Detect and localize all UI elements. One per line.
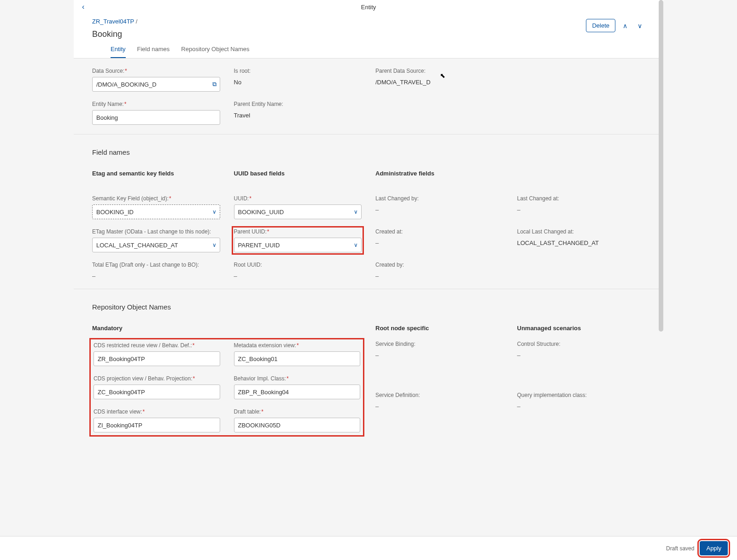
parent-data-source-value: /DMO/A_TRAVEL_D bbox=[375, 77, 503, 86]
semantic-key-select[interactable] bbox=[92, 204, 220, 219]
admin-subsection-title: Administrative fields bbox=[375, 170, 503, 177]
entity-name-input[interactable] bbox=[92, 110, 220, 125]
data-source-label: Data Source:* bbox=[92, 68, 220, 74]
data-source-input[interactable] bbox=[92, 77, 220, 92]
local-last-changed-at-value: LOCAL_LAST_CHANGED_AT bbox=[517, 238, 645, 246]
tab-entity[interactable]: Entity bbox=[111, 46, 126, 58]
chevron-up-icon[interactable]: ∧ bbox=[620, 20, 630, 31]
root-specific-subsection-title: Root node specific bbox=[375, 325, 503, 332]
behav-class-input[interactable] bbox=[234, 385, 361, 399]
breadcrumb-link[interactable]: ZR_Travel04TP bbox=[92, 18, 134, 25]
back-icon[interactable]: ‹ bbox=[82, 3, 84, 11]
draft-table-input[interactable] bbox=[234, 418, 361, 432]
is-root-value: No bbox=[234, 77, 362, 86]
control-struct-label: Control Structure: bbox=[517, 341, 645, 347]
last-changed-at-value: – bbox=[517, 204, 645, 213]
control-struct-value: – bbox=[517, 350, 645, 359]
etag-master-label: ETag Master (OData - Last change to this… bbox=[92, 228, 220, 235]
created-at-value: – bbox=[375, 238, 503, 246]
header-title: Entity bbox=[361, 4, 376, 11]
root-uuid-value: – bbox=[234, 271, 362, 280]
delete-button[interactable]: Delete bbox=[586, 19, 615, 32]
query-impl-value: – bbox=[517, 401, 645, 410]
root-uuid-label: Root UUID: bbox=[234, 262, 362, 268]
mandatory-subsection-title: Mandatory bbox=[92, 325, 220, 332]
meta-ext-label: Metadata extension view:* bbox=[234, 342, 361, 349]
local-last-changed-at-label: Local Last Changed at: bbox=[517, 228, 645, 235]
last-changed-at-label: Last Changed at: bbox=[517, 195, 645, 202]
cds-iface-label: CDS interface view:* bbox=[94, 408, 220, 415]
etag-subsection-title: Etag and semantic key fields bbox=[92, 170, 220, 177]
chevron-down-icon[interactable]: ∨ bbox=[635, 20, 645, 31]
tab-repository-object-names[interactable]: Repository Object Names bbox=[181, 46, 249, 58]
etag-master-select[interactable] bbox=[92, 238, 220, 252]
is-root-label: Is root: bbox=[234, 68, 362, 74]
semantic-key-label: Semantic Key Field (object_id):* bbox=[92, 195, 220, 202]
parent-uuid-select[interactable] bbox=[234, 238, 362, 252]
cds-reuse-input[interactable] bbox=[94, 351, 220, 366]
meta-ext-input[interactable] bbox=[234, 351, 361, 366]
created-by-label: Created by: bbox=[375, 262, 503, 268]
created-at-label: Created at: bbox=[375, 228, 503, 235]
service-def-label: Service Definition: bbox=[375, 392, 503, 398]
parent-entity-name-label: Parent Entity Name: bbox=[234, 101, 362, 107]
field-names-section-title: Field names bbox=[92, 148, 645, 156]
uuid-label: UUID:* bbox=[234, 195, 362, 202]
cds-reuse-label: CDS restricted reuse view / Behav. Def.:… bbox=[94, 342, 220, 349]
uuid-select[interactable] bbox=[234, 204, 362, 219]
total-etag-label: Total ETag (Draft only - Last change to … bbox=[92, 262, 220, 268]
entity-name-label: Entity Name:* bbox=[92, 101, 220, 107]
uuid-subsection-title: UUID based fields bbox=[234, 170, 362, 177]
parent-entity-name-value: Travel bbox=[234, 110, 362, 119]
draft-table-label: Draft table:* bbox=[234, 408, 361, 415]
behav-class-label: Behavior Impl. Class:* bbox=[234, 375, 361, 382]
service-def-value: – bbox=[375, 401, 503, 410]
created-by-value: – bbox=[375, 271, 503, 280]
query-impl-label: Query implementation class: bbox=[517, 392, 645, 398]
last-changed-by-value: – bbox=[375, 204, 503, 213]
service-binding-value: – bbox=[375, 350, 503, 359]
value-help-icon[interactable]: ⧉ bbox=[212, 81, 216, 88]
breadcrumb-separator: / bbox=[136, 18, 138, 25]
cds-iface-input[interactable] bbox=[94, 418, 220, 432]
parent-uuid-label: Parent UUID:* bbox=[234, 228, 362, 235]
cds-proj-label: CDS projection view / Behav. Projection:… bbox=[94, 375, 220, 382]
cds-proj-input[interactable] bbox=[94, 385, 220, 399]
service-binding-label: Service Binding: bbox=[375, 341, 503, 347]
parent-data-source-label: Parent Data Source: bbox=[375, 68, 503, 74]
total-etag-value: – bbox=[92, 271, 220, 280]
last-changed-by-label: Last Changed by: bbox=[375, 195, 503, 202]
unmanaged-subsection-title: Unmanaged scenarios bbox=[517, 325, 645, 332]
page-title: Booking bbox=[92, 29, 645, 39]
repo-section-title: Repository Object Names bbox=[92, 303, 645, 311]
tab-field-names[interactable]: Field names bbox=[137, 46, 170, 58]
